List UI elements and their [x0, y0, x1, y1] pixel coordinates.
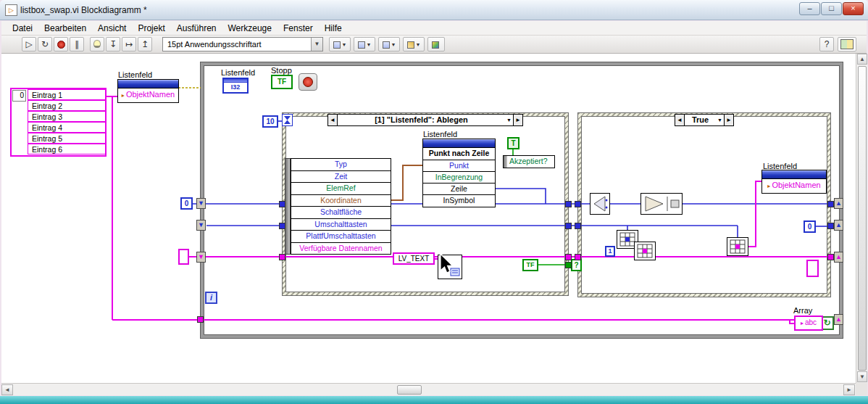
replace-array-subset-node[interactable] [634, 242, 656, 260]
invoke-node[interactable]: Punkt nach Zeile Punkt InBegrenzung Zeil… [422, 139, 496, 207]
tunnel[interactable] [279, 223, 285, 229]
align-objects-dropdown[interactable]: ▼ [329, 37, 351, 51]
vertical-scrollbar[interactable]: ▲ ▼ [856, 54, 867, 383]
property-node-left[interactable]: ▸ObjektNamen [117, 79, 179, 103]
step-over-button[interactable]: ↦ [122, 37, 136, 51]
loop-tunnel[interactable] [197, 316, 204, 323]
scroll-right-button[interactable]: ► [843, 384, 855, 395]
one-constant[interactable]: 1 [605, 246, 615, 257]
reorder-dropdown[interactable]: ▼ [403, 37, 425, 51]
resize-objects-dropdown[interactable]: ▼ [378, 37, 400, 51]
case-selector-terminal[interactable]: ? [571, 259, 582, 271]
stop-button-icon[interactable] [299, 73, 317, 91]
case-title[interactable]: True [685, 115, 716, 125]
shift-register-left[interactable]: ▼ [196, 252, 206, 263]
highlight-execution-button[interactable] [90, 37, 104, 51]
tunnel[interactable] [565, 201, 572, 207]
event-field[interactable]: Typ [291, 158, 391, 171]
tf-constant[interactable]: TF [522, 259, 538, 271]
case-structure[interactable] [577, 112, 831, 297]
shift-register-right[interactable]: ▲ [834, 198, 843, 209]
invoke-row[interactable]: InSymbol [423, 194, 495, 206]
event-field[interactable]: PlattfUmschalttasten [291, 230, 391, 243]
run-button[interactable]: ▷ [22, 37, 36, 51]
tunnel[interactable] [575, 254, 581, 260]
event-field[interactable]: ElemRef [291, 182, 391, 195]
chevron-down-icon[interactable]: ▼ [311, 38, 322, 51]
array-element[interactable]: Eintrag 1 [28, 89, 106, 100]
shift-register-left[interactable]: ▼ [196, 220, 206, 231]
next-case-icon[interactable]: ► [724, 115, 733, 125]
pause-button[interactable]: ∥ [70, 37, 84, 51]
event-field[interactable]: Schaltfläche [291, 206, 391, 219]
event-data-node[interactable]: Typ Zeit ElemRef Koordinaten Schaltfläch… [291, 158, 391, 255]
case-dropdown-icon[interactable]: ▼ [716, 115, 724, 125]
scroll-up-button[interactable]: ▲ [857, 54, 867, 65]
zero-constant-right[interactable]: 0 [804, 220, 816, 233]
menu-hilfe[interactable]: Hilfe [320, 22, 347, 35]
true-constant[interactable]: T [507, 137, 519, 149]
font-selector[interactable]: 15pt Anwendungsschriftart ▼ [162, 37, 323, 51]
event-field[interactable]: Zeit [291, 170, 391, 184]
invoke-row[interactable]: Zeile [423, 183, 495, 194]
array-element[interactable]: Eintrag 4 [28, 122, 106, 133]
empty-string-constant-left[interactable] [178, 249, 189, 265]
shift-register-right[interactable]: ▲ [834, 252, 843, 263]
event-case-title[interactable]: [1] "Listenfeld": Ablegen [338, 115, 505, 125]
tunnel[interactable] [565, 223, 572, 229]
array-constant[interactable]: Eintrag 1 Eintrag 2 Eintrag 3 Eintrag 4 … [28, 89, 106, 154]
timeout-constant[interactable]: 10 [262, 115, 278, 128]
case-dropdown-icon[interactable]: ▼ [505, 115, 513, 125]
step-out-button[interactable]: ↥ [138, 37, 152, 51]
distribute-objects-dropdown[interactable]: ▼ [354, 37, 375, 51]
menu-werkzeuge[interactable]: Werkzeuge [222, 22, 276, 35]
event-case-header[interactable]: ◄ [1] "Listenfeld": Ablegen ▼ ► [327, 114, 523, 126]
vertical-scroll-thumb[interactable] [858, 66, 867, 371]
step-into-button[interactable]: ↧ [106, 37, 120, 51]
listbox-terminal[interactable]: I32 [222, 78, 249, 94]
invoke-method[interactable]: Punkt nach Zeile [423, 148, 495, 160]
shift-register-right[interactable]: ▲ [834, 220, 843, 231]
tunnel[interactable] [575, 223, 581, 229]
accepted-node[interactable]: Akzeptiert? [503, 155, 555, 168]
tunnel[interactable] [279, 254, 285, 260]
minimize-button[interactable]: – [799, 2, 820, 15]
array-element[interactable]: Eintrag 5 [28, 133, 106, 144]
replace-array-subset-node[interactable] [727, 237, 748, 256]
scroll-down-button[interactable]: ▼ [857, 371, 867, 382]
tunnel[interactable] [565, 254, 572, 260]
event-field[interactable]: Koordinaten [291, 194, 391, 207]
stop-terminal[interactable]: TF [271, 75, 293, 89]
maximize-button[interactable]: □ [821, 2, 842, 15]
tunnel[interactable] [565, 262, 572, 268]
shift-register-left[interactable]: ▼ [196, 198, 206, 209]
string-array-indicator[interactable]: ▸abc [794, 316, 823, 331]
array-index-box[interactable]: 0 [12, 90, 26, 102]
horizontal-scrollbar[interactable]: ◄ ► [1, 383, 856, 395]
horizontal-scroll-thumb[interactable] [397, 385, 422, 395]
shift-register-right[interactable]: ▲ [834, 314, 843, 325]
scroll-left-button[interactable]: ◄ [1, 384, 13, 395]
next-case-icon[interactable]: ► [513, 115, 522, 125]
previous-case-icon[interactable]: ◄ [675, 115, 685, 125]
array-element[interactable]: Eintrag 3 [28, 111, 106, 122]
property-node-right[interactable]: ▸ObjektNamen [761, 170, 827, 194]
tunnel[interactable] [827, 254, 834, 260]
clean-up-diagram-button[interactable] [427, 37, 445, 51]
previous-case-icon[interactable]: ◄ [328, 115, 338, 125]
empty-string-constant-right[interactable] [806, 260, 819, 277]
iteration-terminal[interactable]: i [205, 292, 217, 304]
tunnel[interactable] [575, 201, 581, 207]
menu-ausfuehren[interactable]: Ausführen [172, 22, 222, 35]
tunnel[interactable] [279, 201, 285, 207]
invoke-row[interactable]: Punkt [423, 160, 495, 171]
event-field[interactable]: Verfügbare Datennamen [291, 242, 391, 255]
invoke-row[interactable]: InBegrenzung [423, 171, 495, 183]
context-help-button[interactable]: ? [819, 37, 834, 51]
vi-icon[interactable] [838, 37, 856, 51]
lv-text-constant[interactable]: LV_TEXT [393, 252, 435, 265]
select-function-node[interactable] [640, 193, 683, 215]
close-button[interactable]: × [843, 2, 864, 15]
tunnel[interactable] [827, 223, 834, 229]
tunnel[interactable] [827, 201, 834, 207]
